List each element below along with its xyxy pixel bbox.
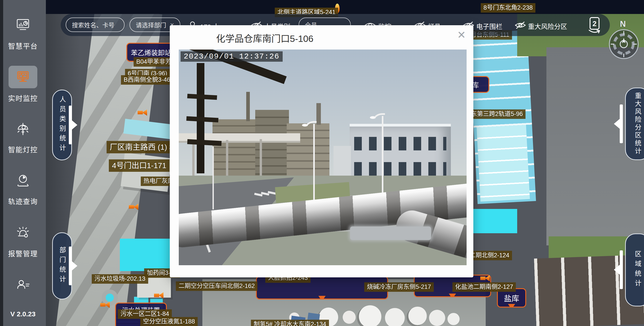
department-placeholder: 请选择部门 [136,21,166,29]
map-tank-7 [448,313,460,325]
map-tank-2 [343,311,356,324]
app-version: V 2.0.23 [0,310,46,318]
compass-dial[interactable] [608,28,640,61]
track-query-icon[interactable] [15,173,30,188]
expand-handle[interactable] [620,104,623,143]
map-camera-tag[interactable]: 化盐池二期南侧2-127 [452,282,516,292]
sidebar-item-alarm-manage[interactable]: 报警管理 [0,248,46,258]
chevron-left-icon[interactable] [614,119,620,129]
map-camera-tag[interactable]: 4号门出口1-171 [109,159,170,172]
map-camera-tag[interactable]: 东第三跨2轨道5-96 [468,109,526,119]
expand-handle[interactable] [620,250,623,289]
sidebar-item-smart-platform[interactable]: 智慧平台 [0,41,46,51]
search-input[interactable]: 搜索姓名、卡号 [66,18,124,32]
dashboard-monitor-icon[interactable] [15,17,30,32]
close-icon[interactable]: ✕ [457,30,466,40]
sidebar-item-track-query[interactable]: 轨迹查询 [0,196,46,206]
map-pool-bright [472,209,517,233]
map-camera-tag[interactable]: 二期北侧2-124 [467,251,512,260]
sidebar-active-tile[interactable] [8,66,37,88]
map-camera-tag[interactable]: 8号门东北角2-238 [481,3,536,13]
map-camera-tag[interactable]: 二期空分空压车间北侧2-162 [176,281,258,291]
realtime-monitor-icon[interactable] [15,69,30,85]
redaction-blur [350,227,431,240]
tab-major-risk-zone-stats[interactable]: 重大风险分区统计 [625,88,644,160]
chevron-right-icon[interactable] [72,261,77,271]
camera-feed-modal: 化学品仓库南门口5-106 ✕ [170,25,473,277]
tab-area-stats[interactable]: 区域统计 [625,233,644,306]
chevron-left-icon[interactable] [614,265,620,275]
eye-slash-icon[interactable] [514,21,526,30]
map-camera-tag[interactable]: 空分空压液氮1-188 [140,317,198,326]
toggle-electronic-fence[interactable]: 电子围栏 [476,21,502,31]
map-camera-tag[interactable]: B西南侧全貌3-46 [121,75,173,85]
map-camera-tag[interactable]: 制氢5# 冷却水大东南2-134 [251,320,329,326]
sidebar-item-realtime-monitor[interactable]: 实时监控 [0,93,46,103]
layer-badge-number: 2 [592,20,596,28]
chevron-right-icon[interactable] [72,120,77,130]
map-roof-light [477,125,530,202]
sidebar-nav: 智慧平台 实时监控 智能灯控 轨迹查询 报警管理 V 2.0.23 [0,0,46,326]
layer-switch-icon[interactable]: 2 [586,16,604,35]
compass-north-label: N [620,19,626,29]
camera-timestamp: 2023/09/01 12:37:26 [180,51,283,62]
map-camera-tag[interactable]: 烧碱冷冻厂房东侧5-217 [364,282,434,292]
smart-lamp-icon[interactable] [15,121,30,136]
modal-title: 化学品仓库南门口5-106 [216,31,314,45]
search-placeholder: 搜索姓名、卡号 [72,21,114,29]
map-tank-4 [385,308,405,326]
toggle-major-risk-zone[interactable]: 重大风险分区 [528,21,567,31]
map-pool-big [120,239,172,271]
map-camera-tag[interactable]: 污水垃圾场-202.13 [92,274,148,284]
map-tank-6 [429,310,445,326]
map-clarifier-water [106,294,114,302]
map-tank-3 [359,305,381,326]
camera-feed-image: 2023/09/01 12:37:26 [179,50,466,265]
sidebar-item-smart-light[interactable]: 智能灯控 [0,144,46,154]
map-bldg-1 [121,153,172,192]
map-tank-5 [408,307,427,325]
alarm-bell-icon[interactable] [15,225,30,240]
person-roster-icon[interactable] [15,277,30,293]
app-window: 苯乙烯装卸站 库 污水处理装置 盐库 北侧主道路区域5-241 8号门东北角2-… [0,0,644,326]
